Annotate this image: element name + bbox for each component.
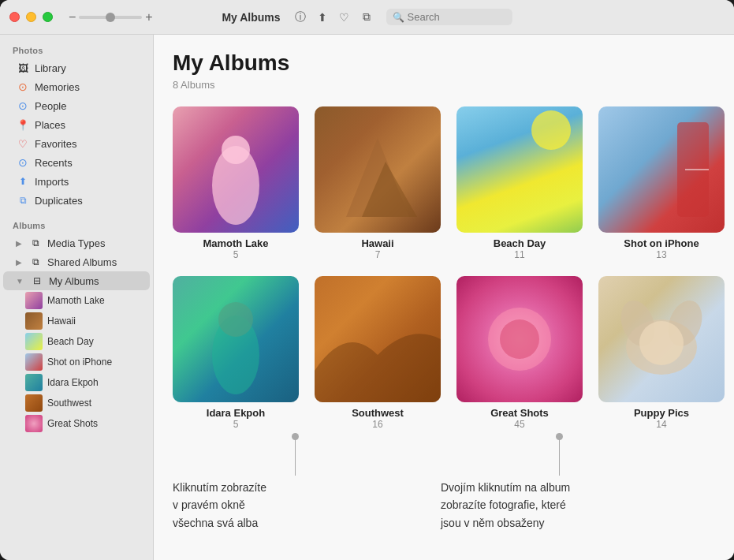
page-title: My Albums [173, 50, 715, 76]
my-albums-icon: ⊟ [30, 274, 44, 288]
maximize-button[interactable] [43, 12, 53, 22]
album-count-puppy: 14 [656, 419, 666, 430]
subitem-label-southwest: Southwest [47, 398, 91, 409]
subitem-label-hawaii: Hawaii [47, 315, 76, 327]
shared-albums-arrow: ▶ [16, 258, 22, 267]
subitem-label-mamoth: Mamoth Lake [47, 295, 105, 306]
albums-section-label: Albums [0, 216, 153, 233]
recents-icon: ⊙ [16, 155, 30, 170]
media-types-arrow: ▶ [16, 239, 22, 248]
sidebar-subitem-mamoth-lake[interactable]: Mamoth Lake [3, 290, 150, 311]
album-count-mamoth: 5 [233, 249, 239, 260]
sidebar-label-favorites: Favorites [35, 138, 76, 150]
crop-icon[interactable]: ⧉ [360, 10, 374, 24]
titlebar-center: My Albums ⓘ ⬆ ♡ ⧉ 🔍 [222, 9, 512, 25]
sidebar-subitem-hawaii[interactable]: Hawaii [3, 311, 150, 331]
album-card-puppy[interactable]: Puppy Pics 14 [598, 276, 725, 430]
sidebar-subitem-southwest[interactable]: Southwest [3, 393, 150, 413]
subitem-label-idara: Idara Ekpoh [47, 377, 99, 388]
sidebar-item-favorites[interactable]: ♡ Favorites [3, 134, 150, 153]
photos-section-label: Photos [0, 41, 153, 58]
album-name-great: Great Shots [490, 407, 549, 419]
album-name-beach: Beach Day [494, 237, 546, 249]
callout-dot-right [556, 433, 563, 440]
sidebar-item-recents[interactable]: ⊙ Recents [3, 153, 150, 172]
favorite-icon[interactable]: ♡ [337, 10, 352, 24]
sidebar-item-library[interactable]: 🖼 Library [3, 58, 150, 77]
subitem-label-shot: Shot on iPhone [47, 357, 112, 368]
duplicates-icon: ⧉ [16, 193, 30, 207]
subitem-label-beach: Beach Day [47, 336, 94, 347]
album-card-southwest[interactable]: Southwest 16 [315, 276, 441, 430]
slider-plus[interactable]: + [145, 10, 152, 24]
thumb-hawaii [25, 312, 43, 330]
main-window: − + My Albums ⓘ ⬆ ♡ ⧉ 🔍 Photos [0, 0, 734, 560]
album-card-mamoth[interactable]: Mamoth Lake 5 [173, 106, 299, 260]
album-name-mamoth: Mamoth Lake [203, 237, 268, 249]
album-card-shot[interactable]: Shot on iPhone 13 [598, 106, 725, 260]
album-card-great-shots[interactable]: Great Shots 45 [456, 276, 583, 430]
thumb-great-shots [25, 415, 43, 432]
sidebar-label-shared-albums: Shared Albums [47, 256, 117, 268]
album-cover-hawaii [315, 106, 441, 233]
minimize-button[interactable] [26, 12, 36, 22]
size-slider[interactable]: − + [69, 10, 153, 24]
sidebar-subitem-shot-on-iphone[interactable]: Shot on iPhone [3, 352, 150, 372]
sidebar-subitem-great-shots[interactable]: Great Shots [3, 413, 150, 434]
album-count-beach: 11 [514, 249, 524, 260]
window-title: My Albums [222, 11, 280, 24]
album-count-great: 45 [514, 419, 524, 430]
content-area: My Albums 8 Albums Mamoth Lake 5 [154, 35, 734, 560]
share-icon[interactable]: ⬆ [315, 10, 330, 24]
album-cover-great [456, 276, 583, 402]
annotation-right: Dvojím kliknutím na album zobrazíte foto… [441, 479, 715, 532]
album-cover-southwest [315, 276, 441, 402]
sidebar-subitem-idara[interactable]: Idara Ekpoh [3, 372, 150, 393]
info-icon[interactable]: ⓘ [293, 10, 307, 24]
search-input[interactable] [408, 11, 502, 23]
sidebar-label-duplicates: Duplicates [35, 195, 83, 207]
sidebar-label-places: Places [35, 119, 65, 131]
album-card-idara[interactable]: Idara Ekpoh 5 [173, 276, 299, 430]
album-card-beach[interactable]: Beach Day 11 [456, 106, 583, 260]
slider-minus[interactable]: − [69, 10, 76, 24]
sidebar-item-people[interactable]: ⊙ People [3, 96, 150, 115]
sidebar-item-memories[interactable]: ⊙ Memories [3, 77, 150, 96]
memories-icon: ⊙ [16, 80, 30, 94]
callout-lines [173, 436, 715, 476]
slider-thumb [106, 13, 115, 22]
sidebar-label-library: Library [35, 62, 66, 74]
sidebar: Photos 🖼 Library ⊙ Memories ⊙ People 📍 P… [0, 35, 154, 560]
svg-point-1 [222, 136, 250, 164]
close-button[interactable] [9, 12, 20, 22]
thumb-shot-iphone [25, 353, 43, 371]
callout-line-left [295, 436, 296, 476]
album-name-hawaii: Hawaii [361, 237, 393, 249]
my-albums-arrow: ▼ [16, 277, 24, 286]
sidebar-item-media-types[interactable]: ▶ ⧉ Media Types [3, 233, 150, 252]
album-count-idara: 5 [233, 419, 239, 430]
album-count-southwest: 16 [372, 419, 382, 430]
slider-track[interactable] [79, 16, 142, 19]
imports-icon: ⬆ [16, 174, 30, 189]
album-card-hawaii[interactable]: Hawaii 7 [315, 106, 441, 260]
svg-point-10 [500, 319, 539, 359]
album-name-idara: Idara Ekpoh [207, 407, 265, 419]
search-bar[interactable]: 🔍 [386, 9, 512, 25]
sidebar-label-recents: Recents [35, 157, 73, 169]
sidebar-item-duplicates[interactable]: ⧉ Duplicates [3, 191, 150, 210]
shared-albums-icon: ⧉ [28, 255, 43, 269]
sidebar-label-people: People [35, 100, 66, 112]
thumb-beach-day [25, 333, 43, 350]
thumb-idara [25, 374, 43, 391]
sidebar-item-my-albums[interactable]: ▼ ⊟ My Albums [3, 271, 150, 290]
album-count-shot: 13 [656, 249, 666, 260]
main-layout: Photos 🖼 Library ⊙ Memories ⊙ People 📍 P… [0, 35, 734, 560]
sidebar-item-shared-albums[interactable]: ▶ ⧉ Shared Albums [3, 252, 150, 271]
annotations: Kliknutím zobrazíte v pravém okně všechn… [173, 476, 715, 532]
media-types-icon: ⧉ [28, 236, 43, 250]
sidebar-subitem-beach-day[interactable]: Beach Day [3, 331, 150, 352]
album-cover-mamoth [173, 106, 299, 233]
sidebar-item-imports[interactable]: ⬆ Imports [3, 172, 150, 191]
sidebar-item-places[interactable]: 📍 Places [3, 115, 150, 134]
